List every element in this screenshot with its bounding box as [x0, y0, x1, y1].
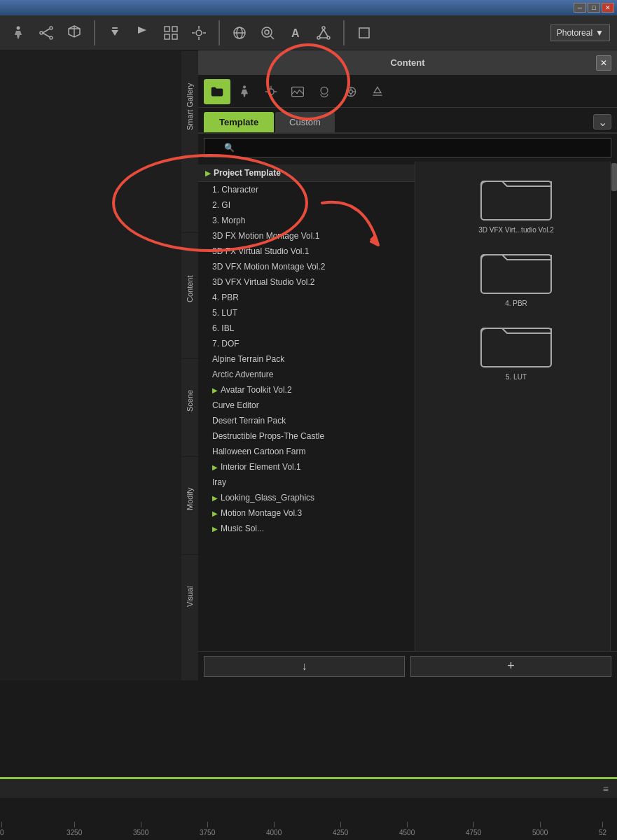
thumb-label-1: 3D VFX Virt...tudio Vol.2 — [478, 226, 554, 234]
content-header: Content ✕ — [198, 50, 617, 76]
separator-1 — [94, 20, 95, 46]
tool-icon[interactable] — [188, 22, 210, 44]
add-button[interactable]: + — [410, 656, 611, 677]
separator-3 — [343, 20, 345, 46]
thumb-item-2[interactable]: 4. PBR — [471, 241, 562, 307]
timeline-icon[interactable]: ≡ — [603, 783, 609, 794]
maximize-button[interactable]: □ — [588, 3, 600, 13]
list-item[interactable]: 3D VFX Virtual Studio Vol.2 — [198, 274, 415, 290]
square-icon[interactable] — [353, 22, 375, 44]
scene-tab[interactable]: Scene — [181, 358, 198, 442]
thumb-label-3: 5. LUT — [506, 373, 527, 381]
folder-thumb-3 — [478, 314, 555, 370]
scrollbar-track[interactable] — [610, 162, 617, 651]
thumb-label-2: 4. PBR — [505, 300, 527, 307]
hat-content-icon[interactable] — [365, 80, 390, 104]
svg-rect-42 — [481, 181, 551, 220]
list-item[interactable]: ▶Motion Montage Vol.3 — [198, 505, 415, 521]
cube-icon[interactable] — [63, 22, 85, 44]
minimize-button[interactable]: ─ — [574, 3, 586, 13]
svg-point-19 — [265, 30, 269, 34]
list-item[interactable]: Arctic Adventure — [198, 367, 415, 382]
list-item[interactable]: ▶Looking_Glass_Graphics — [198, 490, 415, 505]
list-item[interactable]: Destructible Props-The Castle — [198, 428, 415, 444]
search-bar — [198, 134, 617, 162]
content-close-button[interactable]: ✕ — [596, 55, 611, 71]
modify-tab[interactable]: Modify — [181, 456, 198, 540]
grid-settings-icon[interactable] — [160, 22, 182, 44]
svg-point-21 — [322, 27, 325, 29]
list-item[interactable]: 3D VFX Motion Montage Vol.2 — [198, 259, 415, 274]
ruler-mark: 0 — [0, 822, 4, 836]
down-arrow-icon[interactable] — [104, 22, 126, 44]
smart-gallery-tab[interactable]: Smart Gallery — [181, 50, 198, 162]
thumb-item-3[interactable]: 5. LUT — [471, 314, 562, 381]
svg-rect-12 — [172, 34, 177, 39]
ruler-mark: 4250 — [333, 822, 348, 836]
search-circle-icon[interactable] — [256, 22, 279, 44]
svg-rect-43 — [481, 255, 551, 293]
separator-2 — [219, 20, 220, 46]
list-item[interactable]: Curve Editor — [198, 398, 415, 413]
panel-side-tabs: Smart Gallery Content Scene Modify Visua… — [181, 50, 198, 680]
person-run-icon[interactable] — [7, 22, 29, 44]
letter-a-icon[interactable]: A — [284, 22, 307, 44]
main-toolbar: A Photoreal ▼ — [0, 15, 617, 50]
list-item[interactable]: 3D FX Virtual Studio Vol.1 — [198, 244, 415, 259]
content-side-tab[interactable]: Content — [181, 232, 198, 344]
custom-tab[interactable]: Custom — [275, 112, 335, 132]
svg-point-23 — [327, 36, 330, 39]
svg-line-4 — [43, 29, 50, 33]
list-item[interactable]: Alpine Terrain Pack — [198, 351, 415, 367]
list-item[interactable]: 4. PBR — [198, 290, 415, 305]
svg-point-35 — [321, 87, 328, 94]
flag-icon[interactable] — [132, 22, 154, 44]
list-item[interactable]: 1. Character — [198, 182, 415, 197]
collapse-button[interactable]: ⌄ — [593, 114, 611, 130]
tab-row: Template Custom ⌄ — [198, 108, 617, 134]
content-footer: ↓ + — [198, 651, 617, 680]
svg-rect-27 — [359, 28, 369, 38]
thumb-panel: 3D VFX Virt...tudio Vol.2 4. PBR — [415, 162, 617, 651]
svg-point-17 — [262, 27, 272, 37]
template-tab[interactable]: Template — [204, 112, 274, 132]
svg-point-3 — [50, 36, 53, 39]
close-button[interactable]: ✕ — [602, 3, 614, 13]
thumb-item-1[interactable]: 3D VFX Virt...tudio Vol.2 — [471, 167, 562, 234]
landscape-content-icon[interactable] — [285, 80, 310, 104]
svg-line-5 — [43, 33, 50, 37]
list-item[interactable]: 5. LUT — [198, 305, 415, 321]
search-input[interactable] — [204, 138, 611, 158]
left-panel: Smart Gallery Content Scene Modify Visua… — [0, 50, 198, 680]
folder-thumb-1 — [478, 167, 555, 223]
content-icon-bar — [198, 76, 617, 108]
ruler-mark: 3250 — [67, 822, 82, 836]
list-item[interactable]: Halloween Cartoon Farm — [198, 444, 415, 459]
svg-point-37 — [349, 90, 353, 93]
list-item[interactable]: ▶Interior Element Vol.1 — [198, 459, 415, 475]
photoreal-button[interactable]: Photoreal ▼ — [550, 24, 610, 41]
scrollbar-thumb[interactable] — [611, 163, 617, 191]
network-icon[interactable] — [312, 22, 335, 44]
crosshair-content-icon[interactable] — [258, 80, 284, 104]
list-item[interactable]: 2. GI — [198, 197, 415, 213]
head-content-icon[interactable] — [312, 80, 337, 104]
nodes-icon[interactable] — [35, 22, 57, 44]
svg-point-13 — [196, 30, 202, 36]
list-item[interactable]: Desert Terrain Pack — [198, 413, 415, 428]
list-item[interactable]: ▶Music Sol... — [198, 521, 415, 536]
list-item[interactable]: 3D FX Motion Montage Vol.1 — [198, 228, 415, 244]
wheel-content-icon[interactable] — [338, 80, 363, 104]
content-panel: Content ✕ — [198, 50, 617, 680]
visual-tab[interactable]: Visual — [181, 554, 198, 638]
folder-content-icon[interactable] — [204, 79, 230, 104]
list-item[interactable]: 6. IBL — [198, 321, 415, 336]
content-title: Content — [390, 57, 424, 68]
list-item[interactable]: ▶Avatar Toolkit Vol.2 — [198, 382, 415, 398]
sphere-icon[interactable] — [228, 22, 251, 44]
figure-content-icon[interactable] — [232, 80, 257, 104]
list-item[interactable]: 7. DOF — [198, 336, 415, 351]
download-button[interactable]: ↓ — [204, 656, 405, 677]
list-item[interactable]: 3. Morph — [198, 213, 415, 228]
list-item[interactable]: Iray — [198, 475, 415, 490]
